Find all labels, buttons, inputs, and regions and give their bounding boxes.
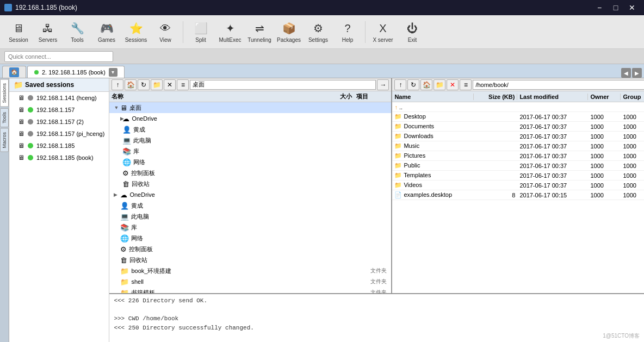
tree-label-network: 网络: [133, 158, 389, 166]
fp-new-folder-btn[interactable]: 📁: [151, 79, 163, 90]
fp-go-btn[interactable]: →: [377, 79, 389, 90]
tree-item-controlpanel2[interactable]: ⚙ 控制面板: [109, 244, 391, 254]
session-item-s1[interactable]: 🖥 192.168.1.141 (hceng): [9, 92, 109, 104]
tree-label-user: 黄成: [133, 126, 389, 134]
rfp-refresh-btn[interactable]: ↻: [407, 79, 419, 90]
rfp-up-btn[interactable]: ↑: [394, 79, 406, 90]
maximize-button[interactable]: □: [608, 0, 623, 15]
tree-item-lib[interactable]: 📚 库: [109, 146, 391, 157]
toolbar-item-help[interactable]: ?Help: [333, 17, 362, 47]
tab-home[interactable]: 🏠: [2, 66, 26, 78]
tree-item-user2[interactable]: 👤 黄成: [109, 200, 391, 211]
toolbar-item-exit[interactable]: ⏻Exit: [398, 17, 426, 47]
remote-row-templates[interactable]: 📁 Templates 2017-06-17 00:37 1000 1000 d…: [392, 171, 644, 181]
rrow-group-desktop: 1000: [621, 114, 644, 120]
main-toolbar: 🖥Session🖧Servers🔧Tools🎮Games⭐Sessions👁Vi…: [0, 15, 644, 49]
toolbar-item-tools[interactable]: 🔧Tools: [63, 17, 91, 47]
remote-row-videos[interactable]: 📁 Videos 2017-06-17 00:37 1000 1000 drwx…: [392, 181, 644, 190]
tree-item-thispc[interactable]: 💻 此电脑: [109, 135, 391, 146]
title-bar-left: 192.168.1.185 (book): [4, 4, 77, 11]
rrow-modified-downloads: 2017-06-17 00:37: [517, 133, 588, 140]
rrow-owner-pictures: 1000: [588, 153, 621, 159]
tree-item-book[interactable]: 📁 book_环境搭建 文件夹: [109, 265, 391, 276]
tab-session[interactable]: 2. 192.168.1.185 (book) ▾: [27, 66, 125, 78]
col-owner[interactable]: Owner: [588, 94, 621, 100]
tree-size-templates: 文件夹: [356, 289, 389, 293]
fp-filter-btn[interactable]: ≡: [177, 79, 189, 90]
toolbar-item-packages[interactable]: 📦Packages: [275, 17, 303, 47]
session-item-s4[interactable]: 🖥 192.168.1.157 (pi_hceng): [9, 128, 109, 140]
left-file-tree: ▼ 🖥 桌面 ▶ ☁ OneDrive 👤 黄成 💻 此电脑 📚 库 🌐 网络: [109, 102, 391, 293]
toolbar-item-games[interactable]: 🎮Games: [92, 17, 121, 47]
saved-sessions-label: Saved sessions: [25, 81, 74, 89]
col-size[interactable]: Size (KB): [474, 94, 517, 100]
tree-item-controlpanel[interactable]: ⚙ 控制面板: [109, 167, 391, 178]
left-file-list-header: 名称 大小 项目: [109, 91, 391, 102]
remote-row-music[interactable]: 📁 Music 2017-06-17 00:37 1000 1000 drwxr…: [392, 141, 644, 151]
session-item-s6[interactable]: 🖥 192.168.1.185 (book): [9, 152, 109, 164]
toolbar-item-settings[interactable]: ⚙Settings: [304, 17, 332, 47]
toolbar-item-session[interactable]: 🖥Session: [4, 17, 33, 47]
tree-item-desktop[interactable]: ▼ 🖥 桌面: [109, 102, 391, 113]
toolbar-item-view[interactable]: 👁View: [151, 17, 179, 47]
tab-scroll-right[interactable]: ▶: [632, 68, 642, 78]
toolbar-item-tunneling[interactable]: ⇌Tunneling: [245, 17, 274, 47]
remote-row-desktop[interactable]: 📁 Desktop 2017-06-17 00:37 1000 1000 drw…: [392, 112, 644, 122]
toolbar-item-sessions[interactable]: ⭐Sessions: [122, 17, 150, 47]
col-name[interactable]: Name: [392, 94, 474, 100]
rrow-name-documents: 📁 Documents: [392, 123, 474, 130]
rfp-new-folder-btn[interactable]: 📁: [434, 79, 445, 90]
remote-row-public[interactable]: 📁 Public 2017-06-17 00:37 1000 1000 drwx…: [392, 161, 644, 171]
tree-label-book: book_环境搭建: [131, 267, 354, 275]
fp-up-btn[interactable]: ↑: [112, 79, 123, 90]
tree-item-templates[interactable]: 📁 书籍模板 文件夹: [109, 287, 391, 293]
fp-home-btn[interactable]: 🏠: [125, 79, 137, 90]
tree-item-recycle2[interactable]: 🗑 回收站: [109, 254, 391, 265]
vtab-macros[interactable]: Macros: [0, 128, 9, 152]
vtab-sessions[interactable]: Sessions: [0, 79, 9, 107]
remote-row-examples[interactable]: 📄 examples.desktop 8 2017-06-17 00:15 10…: [392, 190, 644, 200]
split-icon: ⬜: [193, 21, 208, 36]
toolbar-item-servers[interactable]: 🖧Servers: [34, 17, 62, 47]
tab-scroll-left[interactable]: ◀: [621, 68, 631, 78]
left-file-toolbar: ↑ 🏠 ↻ 📁 ✕ ≡ →: [109, 78, 391, 91]
window-title: 192.168.1.185 (book): [15, 4, 77, 11]
rfp-filter-btn[interactable]: ≡: [460, 79, 472, 90]
quick-connect-input[interactable]: [4, 51, 113, 62]
log-lines: <<< 226 Directory send OK. >>> CWD /home…: [114, 296, 644, 342]
col-modified[interactable]: Last modified: [517, 94, 588, 100]
remote-row-up[interactable]: ↑ ..: [392, 102, 644, 112]
toolbar-item-split[interactable]: ⬜Split: [187, 17, 215, 47]
session-item-s2[interactable]: 🖥 192.168.1.157: [9, 104, 109, 116]
fp-delete-btn[interactable]: ✕: [164, 79, 176, 90]
right-path-input[interactable]: [473, 80, 644, 90]
remote-row-pictures[interactable]: 📁 Pictures 2017-06-17 00:37 1000 1000 dr…: [392, 151, 644, 161]
tree-item-lib2[interactable]: 📚 库: [109, 222, 391, 233]
left-path-input[interactable]: [190, 80, 376, 90]
tree-item-thispc2[interactable]: 💻 此电脑: [109, 211, 391, 222]
remote-row-downloads[interactable]: 📁 Downloads 2017-06-17 00:37 1000 1000 d…: [392, 132, 644, 141]
tree-item-recycle[interactable]: 🗑 回收站: [109, 178, 391, 189]
fp-refresh-btn[interactable]: ↻: [138, 79, 150, 90]
session-item-s5[interactable]: 🖥 192.168.1.185: [9, 140, 109, 152]
tree-item-onedrive2[interactable]: ▶ ☁ OneDrive: [109, 189, 391, 200]
tree-item-shell[interactable]: 📁 shell 文件夹: [109, 276, 391, 287]
rfp-delete-btn[interactable]: ✕: [447, 79, 459, 90]
vtab-tools[interactable]: Tools: [0, 108, 9, 127]
tree-label-user2: 黄成: [131, 202, 389, 210]
toolbar-item-xserver[interactable]: XX server: [369, 17, 397, 47]
tunneling-icon: ⇌: [252, 21, 267, 36]
tree-item-network2[interactable]: 🌐 网络: [109, 233, 391, 244]
tree-item-user[interactable]: 👤 黄成: [109, 124, 391, 135]
minimize-button[interactable]: −: [592, 0, 607, 15]
tree-item-onedrive[interactable]: ▶ ☁ OneDrive: [109, 113, 391, 124]
session-item-s3[interactable]: 🖥 192.168.1.157 (2): [9, 116, 109, 128]
rfp-home-btn[interactable]: 🏠: [420, 79, 432, 90]
toolbar-item-multexec[interactable]: ✦MultExec: [216, 17, 244, 47]
col-group[interactable]: Group: [621, 94, 644, 100]
close-button[interactable]: ✕: [624, 0, 640, 15]
remote-row-documents[interactable]: 📁 Documents 2017-06-17 00:37 1000 1000 d…: [392, 122, 644, 132]
tree-item-network[interactable]: 🌐 网络: [109, 157, 391, 167]
rrow-modified-pictures: 2017-06-17 00:37: [517, 153, 588, 159]
title-bar: 192.168.1.185 (book) − □ ✕: [0, 0, 644, 15]
